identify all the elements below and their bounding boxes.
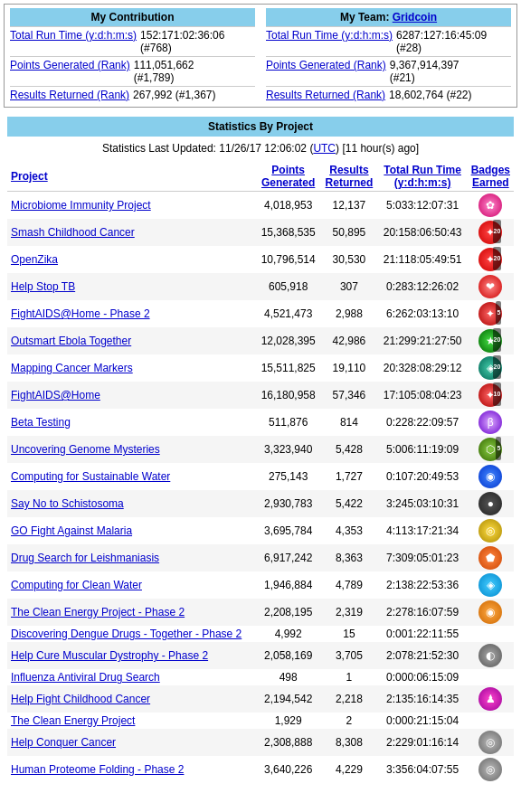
- my-team-label: My Team:: [340, 11, 389, 24]
- project-link[interactable]: Mapping Cancer Markers: [11, 362, 133, 374]
- badge-cell: ●: [468, 490, 514, 517]
- project-link[interactable]: OpenZika: [11, 253, 58, 266]
- project-name-cell: Mapping Cancer Markers: [7, 354, 256, 382]
- col-badges[interactable]: BadgesEarned: [468, 162, 514, 192]
- team-points-row: Points Generated (Rank) 9,367,914,397 (#…: [266, 56, 511, 86]
- project-link[interactable]: GO Fight Against Malaria: [11, 524, 132, 537]
- project-link[interactable]: FightAIDS@Home: [11, 389, 100, 401]
- badge-cell: ★20: [468, 327, 514, 354]
- project-link[interactable]: Microbiome Immunity Project: [11, 199, 151, 212]
- badge-cell: β: [468, 409, 514, 436]
- my-contribution-title: My Contribution: [91, 11, 175, 24]
- points-cell: 12,028,395: [256, 327, 320, 354]
- badge-icon: ❤: [478, 275, 502, 298]
- points-cell: 10,796,514: [256, 246, 320, 273]
- project-link[interactable]: Influenza Antiviral Drug Search: [11, 671, 160, 684]
- project-link[interactable]: Help Fight Childhood Cancer: [11, 693, 150, 705]
- points-cell: 1,946,884: [256, 571, 320, 599]
- project-link[interactable]: Discovering Dengue Drugs - Together - Ph…: [11, 628, 242, 640]
- points-cell: 6,917,242: [256, 544, 320, 571]
- points-cell: 16,180,958: [256, 382, 320, 409]
- project-link[interactable]: Uncovering Genome Mysteries: [11, 443, 160, 456]
- results-cell: 5,428: [320, 436, 377, 463]
- project-link[interactable]: Computing for Clean Water: [11, 579, 142, 591]
- project-link[interactable]: Beta Testing: [11, 416, 71, 429]
- points-cell: 2,308,888: [256, 729, 320, 756]
- points-cell: 1,929: [256, 713, 320, 729]
- badge-icon: ✦5: [478, 302, 502, 326]
- project-name-cell: The Clean Energy Project - Phase 2: [7, 599, 256, 626]
- project-name-cell: Help Fight Childhood Cancer: [7, 685, 256, 713]
- badge-icon: ✦20: [478, 221, 502, 244]
- badge-cell: ◎: [468, 517, 514, 544]
- col-results[interactable]: ResultsReturned: [320, 162, 377, 192]
- badge-cell: [468, 626, 514, 642]
- team-points-value: 9,367,914,397 (#21): [390, 59, 511, 84]
- project-link[interactable]: Help Conquer Cancer: [11, 736, 116, 749]
- results-cell: 19,110: [320, 354, 377, 382]
- table-row: Uncovering Genome Mysteries 3,323,940 5,…: [7, 436, 514, 463]
- project-name-cell: Microbiome Immunity Project: [7, 192, 256, 220]
- project-link[interactable]: Drug Search for Leishmaniasis: [11, 552, 159, 564]
- col-runtime[interactable]: Total Run Time(y:d:h:m:s): [378, 162, 468, 192]
- badge-icon: ♟: [478, 687, 502, 711]
- badge-icon: ★20: [478, 329, 502, 353]
- results-cell: 50,895: [320, 219, 377, 246]
- contrib-runtime-label[interactable]: Total Run Time (y:d:h:m:s): [10, 29, 137, 54]
- project-name-cell: Help Cure Muscular Dystrophy - Phase 2: [7, 642, 256, 669]
- runtime-cell: 17:105:08:04:23: [378, 382, 468, 409]
- team-results-label[interactable]: Results Returned (Rank): [266, 89, 385, 101]
- results-cell: 4,353: [320, 517, 377, 544]
- team-runtime-label[interactable]: Total Run Time (y:d:h:m:s): [266, 29, 393, 54]
- results-cell: 3,705: [320, 642, 377, 669]
- table-row: Drug Search for Leishmaniasis 6,917,242 …: [7, 544, 514, 571]
- badge-cell: ◎: [468, 756, 514, 783]
- contrib-points-row: Points Generated (Rank) 111,051,662 (#1,…: [10, 56, 255, 86]
- project-link[interactable]: Smash Childhood Cancer: [11, 226, 135, 239]
- table-row: Influenza Antiviral Drug Search 498 1 0:…: [7, 669, 514, 685]
- results-cell: 15: [320, 626, 377, 642]
- runtime-cell: 7:309:05:01:23: [378, 544, 468, 571]
- runtime-cell: 0:001:22:11:55: [378, 626, 468, 642]
- points-cell: 4,521,473: [256, 300, 320, 327]
- runtime-cell: 2:135:16:14:35: [378, 685, 468, 713]
- team-points-label[interactable]: Points Generated (Rank): [266, 59, 386, 84]
- team-name-link[interactable]: Gridcoin: [393, 11, 437, 24]
- runtime-cell: 20:328:08:29:12: [378, 354, 468, 382]
- badge-cell: ✦10: [468, 382, 514, 409]
- project-link[interactable]: Computing for Sustainable Water: [11, 470, 170, 483]
- table-row: Microbiome Immunity Project 4,018,953 12…: [7, 192, 514, 220]
- contrib-results-label[interactable]: Results Returned (Rank): [10, 89, 129, 101]
- badge-cell: ◎: [468, 729, 514, 756]
- table-row: The Clean Energy Project - Phase 2 2,208…: [7, 599, 514, 626]
- points-cell: 275,143: [256, 463, 320, 490]
- project-link[interactable]: The Clean Energy Project: [11, 714, 135, 727]
- contrib-points-label[interactable]: Points Generated (Rank): [10, 59, 130, 84]
- points-cell: 498: [256, 669, 320, 685]
- project-link[interactable]: Outsmart Ebola Together: [11, 335, 131, 347]
- top-stats-container: My Contribution Total Run Time (y:d:h:m:…: [0, 4, 521, 108]
- badge-icon: ●: [478, 492, 502, 515]
- contrib-results-row: Results Returned (Rank) 267,992 (#1,367): [10, 86, 255, 103]
- badge-cell: ◐: [468, 642, 514, 669]
- runtime-cell: 2:138:22:53:36: [378, 571, 468, 599]
- utc-link[interactable]: UTC: [313, 142, 336, 155]
- badge-icon: ◈20: [478, 356, 502, 380]
- project-link[interactable]: Help Stop TB: [11, 280, 75, 293]
- project-link[interactable]: The Clean Energy Project - Phase 2: [11, 606, 185, 618]
- badge-icon: ◎: [478, 758, 502, 781]
- col-project[interactable]: Project: [7, 162, 256, 192]
- project-link[interactable]: Human Proteome Folding - Phase 2: [11, 763, 184, 776]
- runtime-cell: 0:228:22:09:57: [378, 409, 468, 436]
- col-points[interactable]: PointsGenerated: [256, 162, 320, 192]
- table-row: Computing for Sustainable Water 275,143 …: [7, 463, 514, 490]
- runtime-cell: 6:262:03:13:10: [378, 300, 468, 327]
- project-link[interactable]: Help Cure Muscular Dystrophy - Phase 2: [11, 649, 208, 662]
- runtime-cell: 3:245:03:10:31: [378, 490, 468, 517]
- table-row: Mapping Cancer Markers 15,511,825 19,110…: [7, 354, 514, 382]
- project-link[interactable]: Say No to Schistosoma: [11, 497, 124, 510]
- badge-cell: ✿: [468, 192, 514, 220]
- project-link[interactable]: FightAIDS@Home - Phase 2: [11, 307, 150, 320]
- badge-cell: ♟: [468, 685, 514, 713]
- badge-cell: ❤: [468, 273, 514, 300]
